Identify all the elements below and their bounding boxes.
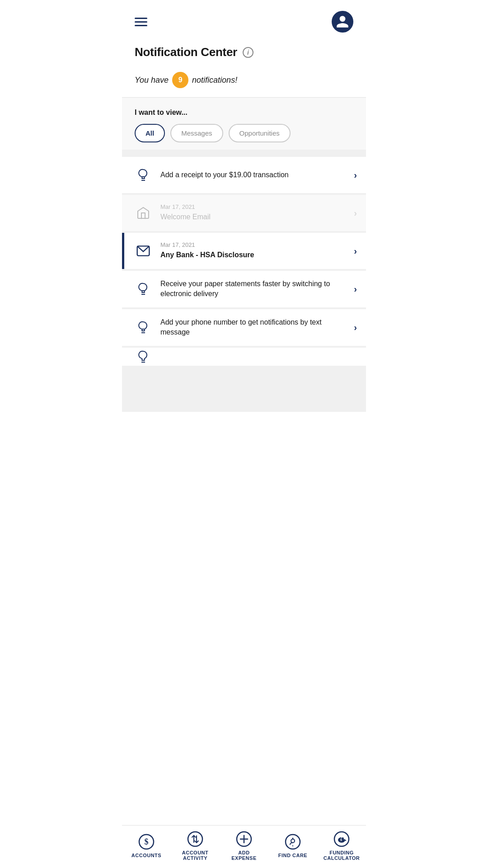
notification-text: Welcome Email (160, 212, 348, 222)
filter-all-button[interactable]: All (135, 124, 165, 142)
notification-content: Add a receipt to your $19.00 transaction (160, 170, 348, 180)
notification-content: Add your phone number to get notificatio… (160, 317, 348, 338)
filter-label: I want to view... (135, 108, 353, 117)
notification-item[interactable]: Add a receipt to your $19.00 transaction… (122, 157, 366, 193)
info-icon-button[interactable]: i (243, 47, 253, 58)
lightbulb-icon (136, 349, 150, 364)
chevron-right-icon: › (354, 170, 357, 180)
notification-item[interactable]: Add your phone number to get notificatio… (122, 309, 366, 346)
notification-date: Mar 17, 2021 (160, 203, 348, 210)
lightbulb-icon (136, 282, 150, 296)
notification-icon-wrap (133, 203, 153, 223)
lightbulb-icon (136, 320, 150, 335)
envelope-open-icon (136, 206, 150, 220)
notification-text: Add your phone number to get notificatio… (160, 317, 348, 338)
hamburger-menu-button[interactable] (135, 18, 147, 26)
notification-count-row: You have 9 notifications! (122, 68, 366, 97)
notification-text: Add a receipt to your $19.00 transaction (160, 170, 348, 180)
notification-text: Any Bank - HSA Disclosure (160, 250, 348, 260)
notification-content: Mar 17, 2021 Welcome Email (160, 203, 348, 222)
page-title: Notification Center (135, 45, 237, 59)
notification-item[interactable]: Receive your paper statements faster by … (122, 271, 366, 307)
lightbulb-icon (136, 168, 150, 182)
notification-item[interactable]: Mar 17, 2021 Welcome Email › (122, 195, 366, 231)
filter-section: I want to view... All Messages Opportuni… (122, 98, 366, 150)
filter-buttons-group: All Messages Opportunities (135, 124, 353, 142)
notification-suffix: notifications! (192, 75, 237, 85)
notification-icon-wrap (133, 348, 153, 366)
header (122, 0, 366, 40)
chevron-right-icon: › (354, 246, 357, 256)
envelope-icon (136, 244, 150, 258)
notification-icon-wrap (133, 165, 153, 185)
notification-item[interactable]: Mar 17, 2021 Any Bank - HSA Disclosure › (122, 233, 366, 269)
profile-button[interactable] (332, 11, 353, 33)
chevron-right-icon: › (354, 284, 357, 294)
notification-badge: 9 (172, 72, 188, 88)
notification-prefix: You have (135, 75, 169, 85)
chevron-right-icon: › (354, 208, 357, 218)
notification-item-partial[interactable] (122, 348, 366, 366)
chevron-right-icon: › (354, 322, 357, 333)
notification-text: Receive your paper statements faster by … (160, 279, 348, 299)
filter-messages-button[interactable]: Messages (170, 124, 223, 142)
page-title-section: Notification Center i (122, 40, 366, 68)
filter-opportunities-button[interactable]: Opportunities (229, 124, 291, 142)
notification-icon-wrap (133, 279, 153, 299)
notification-icon-wrap (133, 317, 153, 337)
notification-content: Receive your paper statements faster by … (160, 279, 348, 299)
notification-icon-wrap (133, 241, 153, 261)
notifications-list: Add a receipt to your $19.00 transaction… (122, 150, 366, 412)
profile-icon (335, 14, 350, 29)
notification-date: Mar 17, 2021 (160, 241, 348, 248)
notification-content: Mar 17, 2021 Any Bank - HSA Disclosure (160, 241, 348, 260)
